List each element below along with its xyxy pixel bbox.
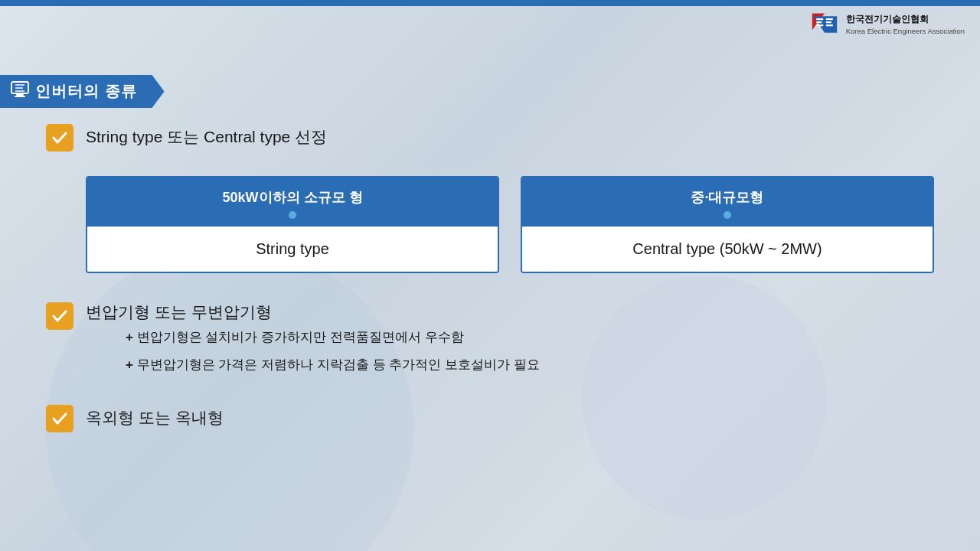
card-small-header: 50kW이하의 소규모 형 <box>87 178 498 227</box>
org-name-en: Korea Electric Engineers Association <box>846 26 965 36</box>
section-header: 인버터의 종류 <box>0 75 165 108</box>
org-name-kr: 한국전기기술인협회 <box>846 13 965 26</box>
checkbox-icon-2 <box>46 302 74 330</box>
checkbox-icon-1 <box>46 124 74 152</box>
svg-rect-4 <box>816 24 823 26</box>
logo-icon <box>809 11 840 38</box>
section-header-title: 인버터의 종류 <box>35 81 137 102</box>
main-content: String type 또는 Central type 선정 50kW이하의 소… <box>46 122 934 454</box>
bullet-label-3: 옥외형 또는 옥내형 <box>86 403 224 429</box>
svg-rect-7 <box>826 24 833 26</box>
logo-text: 한국전기기술인협회 Korea Electric Engineers Assoc… <box>846 13 965 36</box>
bullet-item-3: 옥외형 또는 옥내형 <box>46 403 934 432</box>
sub-bullet-1: 변압기형은 설치비가 증가하지만 전력품질면에서 우수함 <box>126 328 540 347</box>
logo-area: 한국전기기술인협회 Korea Electric Engineers Assoc… <box>809 11 965 38</box>
checkbox-icon-3 <box>46 405 74 432</box>
bullet-item-1: String type 또는 Central type 선정 <box>46 122 934 152</box>
sub-bullet-2: 무변압기형은 가격은 저렴하나 지락검출 등 추가적인 보호설비가 필요 <box>126 355 540 375</box>
bullet-item-2: 변압기형 또는 무변압기형 변압기형은 설치비가 증가하지만 전력품질면에서 우… <box>46 301 934 382</box>
section-header-bg: 인버터의 종류 <box>0 75 165 108</box>
svg-rect-10 <box>15 96 25 97</box>
card-small-body: String type <box>87 227 498 272</box>
card-large-header: 중·대규모형 <box>522 178 933 227</box>
cards-container: 50kW이하의 소규모 형 String type 중·대규모형 Central… <box>86 176 934 273</box>
card-large: 중·대규모형 Central type (50kW ~ 2MW) <box>521 176 934 273</box>
bullet-label-2: 변압기형 또는 무변압기형 <box>86 300 272 321</box>
top-bar <box>0 0 980 6</box>
svg-rect-5 <box>826 18 833 20</box>
svg-rect-2 <box>816 18 823 20</box>
svg-rect-9 <box>16 94 24 96</box>
bullet-label-1: String type 또는 Central type 선정 <box>86 122 327 148</box>
sub-bullets: 변압기형은 설치비가 증가하지만 전력품질면에서 우수함 무변압기형은 가격은 … <box>126 328 540 374</box>
card-large-body: Central type (50kW ~ 2MW) <box>522 227 933 272</box>
svg-rect-3 <box>816 21 822 23</box>
card-small: 50kW이하의 소규모 형 String type <box>86 176 499 273</box>
svg-rect-6 <box>826 21 831 23</box>
section-header-icon <box>11 81 29 102</box>
